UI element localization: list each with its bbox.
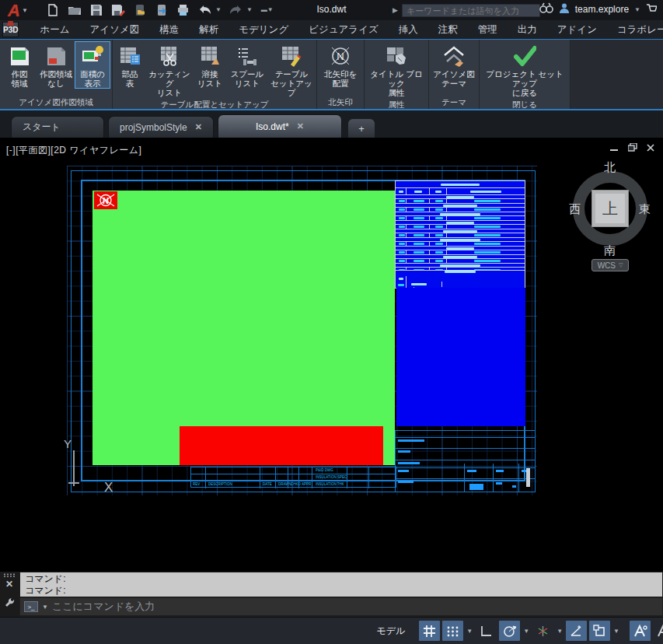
ribbon-tab-構造[interactable]: 構造 — [149, 20, 189, 39]
show-area-button[interactable]: 面積の 表示 — [75, 41, 110, 89]
customize-qat-icon[interactable]: ▬▼ — [261, 6, 274, 13]
green-area-rectangle[interactable] — [92, 191, 395, 465]
workspace-button[interactable]: P3D — [2, 22, 19, 37]
customize-wrench-icon[interactable] — [4, 597, 16, 611]
user-menu-chevron-icon[interactable]: ▼ — [634, 6, 640, 13]
file-tab-Iso.dwt*[interactable]: Iso.dwt*✕ — [218, 114, 342, 138]
ribbon-tab-アドイン[interactable]: アドイン — [547, 20, 607, 39]
ribbon-tab-モデリング[interactable]: モデリング — [229, 20, 298, 39]
no-drawing-area-button[interactable]: 作図領域 なし — [38, 41, 74, 89]
drag-grip[interactable] — [3, 573, 16, 577]
place-north-arrow-button[interactable]: N 北矢印を 配置 — [319, 41, 362, 89]
minimize-icon[interactable] — [610, 144, 619, 153]
blue-fill-rectangle[interactable] — [396, 288, 525, 426]
grid-toggle[interactable] — [419, 621, 440, 641]
new-file-icon[interactable] — [45, 2, 60, 17]
command-input-row[interactable]: >_ ▼ ここにコマンドを入力 — [20, 598, 662, 615]
viewcube-south[interactable]: 南 — [604, 243, 616, 258]
rev-header-label: REV — [193, 482, 200, 486]
object-snap-flyout-icon[interactable]: ▼ — [613, 628, 619, 635]
ribbon-tab-解析[interactable]: 解析 — [189, 20, 229, 39]
osnap-2d-toggle[interactable] — [630, 621, 651, 641]
undo-icon[interactable] — [197, 2, 212, 17]
new-tab-button[interactable]: + — [348, 119, 375, 138]
isodraft-toggle[interactable] — [532, 621, 553, 641]
help-search-input[interactable] — [402, 4, 540, 17]
search-expand-icon[interactable]: ▶ — [393, 6, 398, 14]
plot-icon[interactable] — [176, 2, 190, 17]
snap-flyout-icon[interactable]: ▼ — [466, 628, 473, 635]
redo-icon[interactable] — [229, 2, 243, 17]
spool-list-button[interactable]: スプール リスト — [227, 41, 267, 89]
save-as-icon[interactable] — [110, 2, 125, 17]
panel-title[interactable]: 属性 — [365, 98, 428, 110]
weld-list-button[interactable]: 溶接 リスト — [194, 41, 226, 89]
file-tab-projSymbolStyle[interactable]: projSymbolStyle✕ — [108, 116, 214, 138]
north-arrow-symbol[interactable]: N — [94, 191, 117, 209]
ucs-origin — [68, 482, 79, 484]
model-space-button[interactable]: モデル — [372, 621, 410, 641]
search-binoculars-icon[interactable] — [539, 2, 553, 16]
open-folder-icon[interactable] — [67, 2, 82, 17]
command-prompt-icon[interactable]: >_ — [24, 601, 38, 612]
ribbon-tab-アイソメ図[interactable]: アイソメ図 — [80, 20, 150, 39]
file-tab-スタート[interactable]: スタート — [11, 116, 104, 138]
ribbon-tab-挿入[interactable]: 挿入 — [389, 20, 428, 39]
panel-title[interactable]: アイソメ図作図領域 — [0, 96, 112, 109]
title-block-attributes-button[interactable]: タイトル ブロック 属性 — [366, 41, 427, 98]
redo-flyout-icon[interactable]: ▼ — [246, 6, 253, 13]
viewport-controls[interactable]: [-][平面図][2D ワイヤフレーム] — [6, 144, 141, 157]
object-snap-tracking-toggle[interactable] — [566, 621, 587, 641]
drawing-canvas[interactable]: [-][平面図][2D ワイヤフレーム] N — [0, 138, 663, 572]
snap-toggle[interactable] — [442, 621, 463, 641]
isodraft-flyout-icon[interactable]: ▼ — [557, 628, 563, 635]
ribbon-tab-ホーム[interactable]: ホーム — [30, 20, 79, 39]
viewcube-top-face[interactable]: 上 — [591, 190, 629, 227]
panel-title[interactable]: 閉じる — [480, 98, 570, 110]
drawing-area-button[interactable]: 作図 領域 — [2, 41, 37, 89]
restore-icon[interactable] — [628, 143, 637, 153]
close-tab-icon[interactable]: ✕ — [297, 121, 304, 131]
ribbon-tab-ビジュアライズ[interactable]: ビジュアライズ — [298, 20, 389, 39]
user-avatar-icon[interactable] — [559, 2, 570, 16]
iso-theme-button[interactable]: アイソメ図 テーマ — [431, 41, 477, 89]
ribbon-tab-注釈[interactable]: 注釈 — [428, 20, 468, 39]
wcs-dropdown[interactable]: WCS▽ — [591, 259, 629, 271]
revision-table[interactable]: P&ID DWGINSULATION SPECINSULATION THKREV… — [190, 467, 396, 488]
cutting-list-button[interactable]: カッティング リスト — [146, 41, 193, 98]
cut-piece-list-table[interactable] — [395, 270, 525, 289]
bill-of-material-table[interactable] — [395, 180, 525, 273]
application-menu-button[interactable]: A ▼ — [2, 1, 33, 20]
panel-title[interactable]: テーブル配置とセットアップ — [113, 98, 316, 110]
osnap-3d-toggle[interactable] — [653, 621, 663, 641]
ribbon-tab-管理[interactable]: 管理 — [468, 20, 508, 39]
panel-title[interactable]: テーマ — [429, 96, 479, 109]
polar-tracking-toggle[interactable] — [499, 621, 520, 641]
polar-flyout-icon[interactable]: ▼ — [523, 628, 529, 635]
titleblock-info-box[interactable] — [395, 430, 536, 492]
signed-in-user[interactable]: team.explore — [575, 4, 629, 15]
save-to-web-icon[interactable] — [154, 2, 169, 17]
ribbon-tab-出力[interactable]: 出力 — [508, 20, 547, 39]
panel-title[interactable]: 北矢印 — [317, 96, 364, 109]
viewcube-north[interactable]: 北 — [604, 160, 616, 175]
ortho-toggle[interactable] — [476, 621, 497, 641]
ribbon-tab-コラボレート[interactable]: コラボレート — [607, 20, 663, 39]
command-history[interactable]: コマンド: コマンド: — [20, 572, 662, 597]
close-tab-icon[interactable]: ✕ — [195, 122, 202, 132]
bom-table-button[interactable]: 部品 表 — [114, 41, 145, 89]
save-icon[interactable] — [89, 2, 103, 17]
undo-flyout-icon[interactable]: ▼ — [215, 6, 222, 13]
table-setup-button[interactable]: テーブル セットアップ — [268, 41, 315, 98]
back-to-project-setup-button[interactable]: プロジェクト セットアップ に戻る — [481, 41, 568, 98]
open-from-web-icon[interactable] — [132, 2, 147, 17]
viewcube-east[interactable]: 東 — [639, 202, 651, 217]
app-store-icon[interactable] — [646, 2, 657, 16]
command-input-placeholder[interactable]: ここにコマンドを入力 — [52, 600, 155, 614]
viewcube-west[interactable]: 西 — [569, 202, 581, 217]
red-area-rectangle[interactable] — [180, 426, 383, 465]
recent-commands-chevron-icon[interactable]: ▼ — [42, 604, 48, 611]
close-command-icon[interactable]: ✕ — [5, 579, 13, 590]
object-snap-toggle[interactable] — [589, 621, 610, 641]
close-icon[interactable] — [647, 144, 655, 153]
